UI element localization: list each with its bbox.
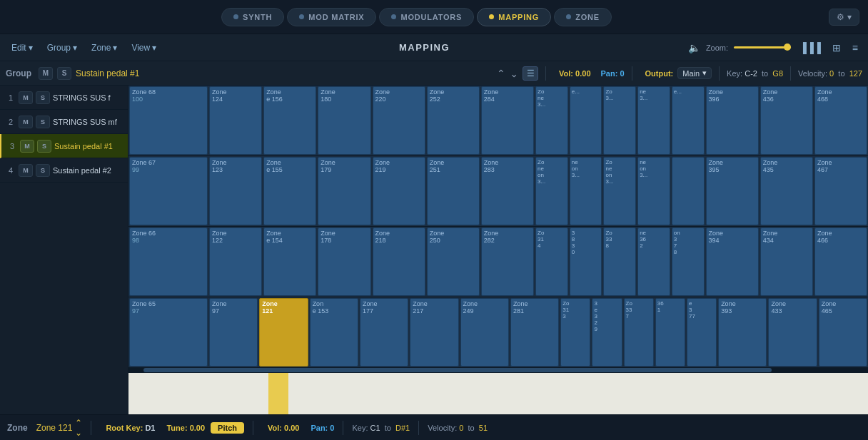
zone-cell[interactable]: Zone468	[814, 86, 867, 155]
tab-mapping[interactable]: MAPPING	[477, 8, 551, 26]
zone-cell[interactable]: Zone434	[760, 227, 813, 296]
zone-cell[interactable]: Zoneon3...	[603, 157, 636, 225]
zone-cell[interactable]: neon3...	[637, 157, 670, 225]
zone-cell[interactable]: Zone177	[360, 298, 408, 367]
zone-cell[interactable]: Zone282	[481, 227, 534, 296]
zone-cell[interactable]: ne3...	[637, 86, 670, 155]
zone-cell[interactable]: Zo313	[560, 298, 590, 367]
h-scrollbar-thumb[interactable]	[143, 368, 772, 372]
zone-cell[interactable]: Zone 153	[310, 298, 358, 367]
zone-cell[interactable]: e377	[687, 298, 717, 367]
zone-cell[interactable]: Zone435	[760, 157, 813, 225]
zone-cell[interactable]: Zone252	[427, 86, 480, 155]
zone-cell[interactable]: Zone284	[481, 86, 534, 155]
zone-menu[interactable]: Zone ▾	[87, 41, 121, 55]
zone-cell[interactable]: Zone124	[209, 86, 262, 155]
zone-cell[interactable]: Zone97	[209, 298, 258, 367]
zone-cell[interactable]: e...	[672, 86, 705, 155]
grid-view-icon[interactable]: ⊞	[829, 41, 844, 55]
group-row-1[interactable]: 1 M S STRINGS SUS f	[0, 86, 128, 110]
list-view-icon[interactable]: ≡	[849, 41, 861, 55]
zone-cell[interactable]: Zone436	[760, 86, 813, 155]
zone-cell[interactable]: Zone 68100	[129, 86, 208, 155]
group4-m-btn[interactable]: M	[19, 164, 33, 177]
zone-selector[interactable]: Zone 121 ⌃⌄	[36, 418, 83, 438]
zone-cell[interactable]: Zo3...	[603, 86, 636, 155]
zoom-slider[interactable]	[734, 46, 791, 48]
settings-button[interactable]: ⚙ ▾	[829, 9, 859, 26]
zone-cell[interactable]: e...	[570, 86, 602, 155]
zone-cell[interactable]: Zone467	[814, 157, 867, 225]
zone-cell[interactable]: Zone179	[318, 157, 370, 225]
tab-modulators[interactable]: MODULATORS	[379, 8, 474, 26]
zone-cell[interactable]: 3e329	[592, 298, 622, 367]
bar-chart-icon[interactable]: ▐▐▐	[797, 41, 824, 55]
speaker-icon[interactable]: 🔈	[688, 42, 700, 53]
zone-cell[interactable]: Zone394	[706, 227, 759, 296]
tab-zone[interactable]: ZONE	[554, 8, 612, 26]
zone-cell[interactable]: neon3...	[570, 157, 602, 225]
group2-m-btn[interactable]: M	[19, 116, 33, 128]
zone-cell[interactable]: Zone220	[373, 86, 425, 155]
zone-cell[interactable]: Zone281	[510, 298, 559, 367]
edit-menu[interactable]: Edit ▾	[7, 41, 37, 55]
group-list-button[interactable]: ☰	[523, 66, 538, 81]
group3-s-btn[interactable]: S	[37, 140, 51, 153]
zone-cell[interactable]: Zone433	[768, 298, 817, 367]
group4-s-btn[interactable]: S	[36, 164, 50, 177]
zone-121-cell[interactable]: Zone121	[259, 298, 308, 367]
h-scrollbar[interactable]	[128, 367, 868, 373]
group-m-button[interactable]: M	[39, 67, 53, 80]
zone-cell[interactable]: Zone249	[460, 298, 509, 367]
zone-cell[interactable]: 3830	[570, 227, 602, 296]
group-prev-arrow[interactable]: ⌃	[497, 68, 505, 79]
zone-cell[interactable]: Zo314	[535, 227, 568, 296]
zone-cell[interactable]	[672, 157, 705, 225]
zone-cell[interactable]: Zonee 155	[263, 157, 316, 225]
zone-cell[interactable]: Zone217	[410, 298, 458, 367]
tab-mod-matrix[interactable]: MOD MATRIX	[287, 8, 376, 26]
group-row-4[interactable]: 4 M S Sustain pedal #2	[0, 158, 128, 183]
tab-synth[interactable]: SYNTH	[221, 8, 284, 26]
output-select[interactable]: Main ▾	[677, 67, 712, 79]
pitch-button[interactable]: Pitch	[211, 422, 244, 434]
zone-cell[interactable]: Zone 6799	[129, 157, 208, 225]
group3-m-btn[interactable]: M	[20, 140, 34, 153]
group1-s-btn[interactable]: S	[36, 91, 50, 104]
zone-cell[interactable]: Zo338	[603, 227, 636, 296]
zone-cell[interactable]: Zone 6597	[129, 298, 208, 367]
zone-cell[interactable]: Zone283	[481, 157, 534, 225]
zone-cell[interactable]: Zone3...	[535, 86, 568, 155]
zone-cell[interactable]: Zone218	[373, 227, 425, 296]
zone-cell[interactable]: Zoneon3...	[535, 157, 568, 225]
group-row-3[interactable]: 3 M S Sustain pedal #1	[0, 134, 128, 158]
zone-cell[interactable]: Zone123	[209, 157, 262, 225]
group3-name: Sustain pedal #1	[54, 142, 122, 150]
group-s-button[interactable]: S	[57, 67, 71, 80]
zone-cell[interactable]: Zonee 156	[263, 86, 316, 155]
piano-keyboard[interactable]: placeholder C0C1C2C3C4	[128, 373, 868, 414]
group-row-2[interactable]: 2 M S STRINGS SUS mf	[0, 110, 128, 134]
zone-cell[interactable]: Zone251	[427, 157, 480, 225]
zone-cell[interactable]: Zone395	[706, 157, 759, 225]
view-menu[interactable]: View ▾	[127, 41, 161, 55]
zone-cell[interactable]: Zone465	[819, 298, 867, 367]
group-next-arrow[interactable]: ⌃	[510, 68, 518, 79]
zone-cell[interactable]: Zone 6698	[129, 227, 208, 296]
zone-cell[interactable]: Zone250	[427, 227, 480, 296]
zone-cell[interactable]: Zone393	[718, 298, 767, 367]
zone-cell[interactable]: Zone396	[706, 86, 759, 155]
zone-cell[interactable]: 361	[655, 298, 685, 367]
zone-cell[interactable]: Zone178	[318, 227, 370, 296]
group2-s-btn[interactable]: S	[36, 116, 50, 128]
zone-cell[interactable]: Zone219	[373, 157, 425, 225]
zone-cell[interactable]: ne362	[637, 227, 670, 296]
zone-cell[interactable]: Zo337	[624, 298, 654, 367]
zone-cell[interactable]: Zone122	[209, 227, 262, 296]
zone-cell[interactable]: on378	[672, 227, 705, 296]
zone-cell[interactable]: Zone180	[318, 86, 370, 155]
group-menu[interactable]: Group ▾	[43, 41, 81, 55]
zone-cell[interactable]: Zonee 154	[263, 227, 316, 296]
group1-m-btn[interactable]: M	[19, 91, 33, 104]
zone-cell[interactable]: Zone466	[814, 227, 867, 296]
